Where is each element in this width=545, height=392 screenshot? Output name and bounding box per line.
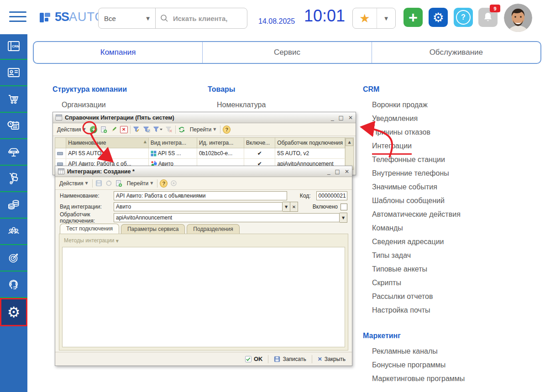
search-input[interactable]: [172, 14, 242, 23]
sidebar-item-sales[interactable]: [0, 86, 27, 113]
maximize-icon[interactable]: □: [335, 168, 340, 175]
handler-input[interactable]: apiAvitoAnnouncement: [114, 213, 340, 222]
quick-add-button[interactable]: +: [404, 8, 423, 27]
window-titlebar[interactable]: Интеграция: Создание * _ □ ✕: [55, 166, 352, 177]
header-icon-col[interactable]: [55, 138, 66, 148]
tab-maintenance[interactable]: Обслуживание: [372, 42, 540, 63]
menu-item[interactable]: Команды: [372, 221, 461, 235]
help-icon-button[interactable]: ?: [223, 125, 231, 133]
minimize-icon[interactable]: _: [327, 168, 330, 175]
menu-item[interactable]: Типовые анкеты: [372, 262, 461, 276]
goto-menu-button[interactable]: Перейти▼: [125, 179, 155, 188]
scroll-up-icon[interactable]: ▲: [346, 138, 353, 146]
app-page: 5SAUTO Все ▼ 14.08.2025 10:01 ★ ▼ + ⚙ ?: [0, 0, 545, 392]
sidebar-item-settings[interactable]: ⚙: [0, 298, 27, 326]
menu-item-integrations[interactable]: Интеграции: [372, 139, 461, 153]
filter-history-button[interactable]: [153, 125, 163, 133]
column-header-id[interactable]: Ид. интегра...: [197, 138, 244, 148]
sidebar-item-planner[interactable]: [0, 113, 27, 139]
menu-item[interactable]: Скрипты: [372, 276, 461, 290]
table-row[interactable]: API 5S AUTO API 5S ... 0b102bc0-e... ✔ 5…: [55, 148, 345, 159]
sidebar-item-contacts[interactable]: [0, 60, 27, 86]
close-button[interactable]: ✕ Закрыть: [315, 355, 348, 363]
name-input[interactable]: API Авито: Работа с объявлениями: [114, 191, 287, 200]
menu-item[interactable]: Причины отказов: [372, 125, 461, 139]
help-button[interactable]: ?: [454, 8, 473, 27]
edit-item-button[interactable]: [110, 125, 118, 133]
column-header-handler[interactable]: Обработчик подключения: [275, 138, 345, 148]
table-scrollbar[interactable]: ▲: [345, 138, 353, 169]
current-time: 10:01: [304, 6, 345, 26]
menu-item[interactable]: Организации: [62, 98, 127, 112]
app-logo[interactable]: 5SAUTO: [38, 10, 105, 24]
sidebar-item-crm[interactable]: CRM: [0, 33, 27, 60]
window-titlebar[interactable]: Справочник Интеграции (Пять систем) _ □ …: [53, 112, 356, 123]
menu-item[interactable]: Уведомления: [372, 112, 461, 125]
menu-item[interactable]: Рассылки отчетов: [372, 290, 461, 303]
actions-menu-button[interactable]: Действия▼: [58, 179, 90, 188]
code-input[interactable]: 000000021: [316, 191, 347, 200]
menu-item[interactable]: Автоматические действия: [372, 208, 461, 221]
goto-menu-button[interactable]: Перейти▼: [188, 125, 218, 134]
save-button[interactable]: Записать: [271, 355, 309, 363]
kind-clear-button[interactable]: ✕: [290, 202, 298, 212]
kind-input[interactable]: Авито: [114, 202, 283, 211]
sidebar-item-team[interactable]: [0, 219, 27, 245]
menu-item[interactable]: Сведения адресации: [372, 235, 461, 249]
menu-item[interactable]: Воронки продаж: [372, 98, 461, 112]
menu-item[interactable]: Маркетинговые программы: [372, 372, 465, 386]
sidebar-item-support[interactable]: [0, 272, 27, 298]
refresh-button[interactable]: [178, 125, 186, 133]
menu-item[interactable]: Шаблоны сообщений: [372, 194, 461, 208]
column-header-enabled[interactable]: Включе...: [244, 138, 275, 148]
kind-dropdown-button[interactable]: ▼: [283, 202, 290, 212]
tab-departments[interactable]: Подразделения: [187, 224, 239, 234]
user-avatar[interactable]: [504, 4, 532, 32]
menu-item[interactable]: Рекламные каналы: [372, 345, 465, 358]
filter-by-value-button[interactable]: [143, 125, 151, 133]
star-icon: ★: [359, 11, 370, 25]
actions-menu-button[interactable]: Действия▼: [55, 125, 88, 134]
menu-item[interactable]: Настройка почты: [372, 303, 461, 317]
filter-setup-button[interactable]: [133, 125, 141, 133]
filter-off-button[interactable]: [165, 125, 173, 133]
favorites-dropdown-button[interactable]: ▼: [377, 8, 395, 28]
minimize-icon[interactable]: _: [331, 115, 334, 121]
notifications-button[interactable]: 9: [478, 8, 498, 27]
search-filter-dropdown[interactable]: Все ▼: [99, 8, 156, 28]
column-header-kind[interactable]: Вид интегра...: [148, 138, 197, 148]
copy-item-button[interactable]: [100, 125, 108, 133]
column-header-name[interactable]: Наименование▲: [66, 138, 149, 148]
delete-item-button[interactable]: ✕: [120, 125, 128, 133]
close-icon[interactable]: ✕: [345, 168, 349, 175]
sidebar-item-warehouse[interactable]: [0, 166, 27, 192]
tab-service-params[interactable]: Параметры сервиса: [121, 224, 185, 234]
maximize-icon[interactable]: □: [339, 115, 344, 121]
menu-item[interactable]: Телефонные станции: [372, 153, 461, 167]
close-icon[interactable]: ✕: [348, 115, 353, 121]
menu-item[interactable]: Внутренние телефоны: [372, 167, 461, 180]
ok-button[interactable]: OK: [242, 355, 266, 363]
menu-item[interactable]: Типы задач: [372, 249, 461, 262]
tab-service[interactable]: Сервис: [202, 42, 371, 63]
menu-item[interactable]: Значимые события: [372, 180, 461, 194]
add-item-button[interactable]: +: [90, 125, 98, 133]
favorites-star-button[interactable]: ★: [353, 8, 377, 28]
tab-connection-test[interactable]: Тест подключения: [60, 224, 119, 234]
sidebar-item-service[interactable]: [0, 139, 27, 166]
hamburger-menu-icon[interactable]: [9, 8, 26, 22]
tab-company[interactable]: Компания: [34, 42, 202, 63]
enabled-checkbox[interactable]: [341, 204, 347, 210]
discussion-button-disabled[interactable]: [170, 179, 178, 187]
copy-item-button[interactable]: [115, 179, 123, 187]
settings-button[interactable]: ⚙: [429, 8, 448, 27]
handler-dropdown-button[interactable]: ▼: [340, 213, 347, 223]
sidebar-item-finance[interactable]: [0, 192, 27, 219]
reread-button-disabled[interactable]: [105, 179, 113, 187]
menu-item[interactable]: Номенклатура: [217, 98, 266, 112]
save-button-disabled[interactable]: [95, 179, 103, 187]
menu-item[interactable]: Бонусные программы: [372, 358, 465, 372]
methods-list[interactable]: [62, 247, 345, 347]
help-icon-button[interactable]: ?: [160, 179, 168, 187]
sidebar-item-targets[interactable]: [0, 245, 27, 272]
